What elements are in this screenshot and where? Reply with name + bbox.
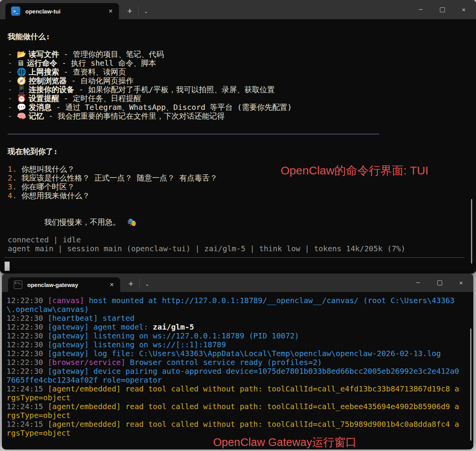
gateway-tab[interactable]: C:\_ openclaw-gateway ✕ (8, 277, 120, 292)
log-timestamp: 12:24:15 (7, 420, 48, 429)
capability-title: 控制浏览器 (29, 76, 67, 85)
log-line: 12:22:30 [gateway] listening on ws://127… (7, 332, 463, 340)
log-line: 12:22:30 [gateway] agent model: zai/glm-… (7, 323, 463, 332)
capability-item: - 🌐 上网搜索 - 查资料、读网页 (8, 68, 468, 76)
compass-icon: 🧭 (17, 76, 29, 85)
tab-close-icon[interactable]: ✕ (106, 280, 117, 290)
log-segment: [gateway] agent model: (48, 323, 153, 332)
bullet-dash: - (8, 94, 17, 103)
log-timestamp: 12:22:30 (7, 340, 48, 349)
bullet-dash: - (8, 103, 17, 112)
tui-scrollbar[interactable] (471, 199, 472, 264)
capability-separator: - (44, 112, 58, 121)
tui-titlebar[interactable]: >_ openclaw-tui ✕ + ⌄ ─ ✕ (0, 0, 476, 19)
theater-masks-emoji: 🎭 (127, 218, 137, 227)
gateway-titlebar[interactable]: C:\_ openclaw-gateway ✕ + ⌄ ─ ✕ (2, 274, 473, 292)
tab-dropdown-button[interactable]: ⌄ (139, 279, 155, 289)
bullet-dash: - (8, 112, 17, 121)
tab-dropdown-button[interactable]: ⌄ (138, 6, 154, 16)
bullet-dash: - (8, 85, 17, 94)
log-line: 12:22:30 [gateway] log file: C:\Users\43… (7, 349, 463, 358)
log-timestamp: 12:22:30 (7, 296, 48, 305)
globe-icon: 🌐 (17, 68, 29, 76)
tui-annotation: OpenClaw的命令行界面: TUI (281, 163, 428, 179)
bullet-dash: - (8, 76, 17, 85)
capability-separator: - (67, 76, 81, 85)
capability-title: 上网搜索 (29, 68, 59, 76)
session-status-bar: agent main | session main (openclaw-tui)… (8, 244, 468, 253)
maximize-button[interactable] (431, 0, 453, 19)
blank-line (8, 121, 468, 129)
log-line: 12:24:15 [agent/embedded] read tool call… (7, 385, 463, 402)
tab-close-icon[interactable]: ✕ (105, 6, 116, 16)
question-number: 3. (8, 182, 21, 191)
log-segment: [heartbeat] started (48, 314, 134, 323)
gateway-scrollbar[interactable] (470, 328, 471, 441)
speech-balloon-icon: 💬 (17, 103, 29, 112)
maximize-button[interactable] (429, 274, 450, 292)
capability-item: - 🧭 控制浏览器 - 自动化网页操作 (8, 76, 468, 85)
tui-terminal-content: 我能做什么: - 📂 读写文件 - 管理你的项目、笔记、代码- 🖥 运行命令 -… (0, 19, 476, 274)
log-segment: [gateway] device pairing auto-approved d… (7, 367, 459, 385)
question-text: 你想用我来做什么？ (21, 191, 90, 200)
question-number: 1. (8, 165, 21, 174)
question-number: 2. (8, 174, 21, 182)
mobile-phone-icon: 📱 (17, 85, 29, 94)
gateway-terminal-window: C:\_ openclaw-gateway ✕ + ⌄ ─ ✕ 12:22:30… (2, 274, 473, 449)
bullet-dash: - (8, 59, 17, 68)
blank-line (8, 138, 468, 147)
capability-separator: - (51, 103, 65, 112)
log-segment: Browser control service ready (profiles=… (126, 358, 322, 367)
minimize-button[interactable]: ─ (410, 0, 431, 19)
close-button[interactable]: ✕ (453, 0, 474, 19)
question-text: 你在哪个时区？ (21, 182, 74, 191)
log-segment: [agent/embedded] read tool called withou… (7, 402, 459, 420)
maximize-icon (437, 280, 442, 285)
new-tab-button[interactable]: + (122, 276, 139, 292)
desktop: >_ openclaw-tui ✕ + ⌄ ─ ✕ 我能做什么: - 📂 读写文… (0, 0, 476, 451)
capability-desc: 我会把重要的事情记在文件里，下次对话还能记得 (58, 112, 225, 121)
prompt-input[interactable] (5, 257, 464, 275)
capability-separator: - (59, 68, 73, 76)
capabilities-header: 我能做什么: (8, 32, 468, 41)
log-timestamp: 12:22:30 (7, 358, 48, 367)
log-segment: zai/glm-5 (153, 323, 194, 332)
capability-desc: 如果你配对了手机/平板，我可以拍照、录屏、获取位置 (88, 85, 275, 94)
capability-separator: - (59, 94, 73, 103)
open-folder-icon: 📂 (17, 50, 29, 59)
capability-separator: - (57, 59, 71, 68)
capability-item: - 🖥 运行命令 - 执行 shell 命令、脚本 (8, 59, 468, 68)
log-timestamp: 12:24:15 (7, 402, 48, 411)
capability-desc: 自动化网页操作 (80, 76, 133, 85)
log-segment: [browser/service] (48, 358, 125, 367)
log-line: 12:22:30 [browser/service] Browser contr… (7, 358, 463, 367)
close-button[interactable]: ✕ (450, 274, 472, 292)
capability-desc: 管理你的项目、笔记、代码 (73, 50, 164, 59)
capability-item: - 🧠 记忆 - 我会把重要的事情记在文件里，下次对话还能记得 (8, 112, 468, 121)
question-item: 4. 你想用我来做什么？ (8, 191, 468, 200)
horizontal-divider (8, 134, 379, 134)
divider-row (8, 129, 468, 138)
question-text: 我应该是什么性格？ 正式一点？ 随意一点？ 有点毒舌？ (21, 174, 217, 182)
log-line: 12:22:30 [gateway] listening on ws://[::… (7, 340, 463, 349)
capability-separator: - (74, 85, 88, 94)
powershell-icon: >_ (11, 7, 20, 16)
blank-line (8, 41, 468, 50)
log-segment: [gateway] log file: C:\Users\43363\AppDa… (48, 349, 441, 358)
cmd-icon: C:\_ (14, 280, 22, 289)
minimize-button[interactable]: ─ (407, 274, 429, 292)
log-line: 12:22:30 [gateway] device pairing auto-a… (7, 367, 463, 385)
bullet-dash: - (8, 68, 17, 76)
tui-tab-title: openclaw-tui (25, 8, 105, 15)
capability-title: 记忆 (29, 112, 44, 121)
brain-icon: 🧠 (17, 112, 29, 121)
tui-terminal-window: >_ openclaw-tui ✕ + ⌄ ─ ✕ 我能做什么: - 📂 读写文… (0, 0, 476, 274)
tui-tab[interactable]: >_ openclaw-tui ✕ (5, 3, 119, 19)
capability-title: 读写文件 (29, 50, 59, 59)
question-number: 4. (8, 191, 21, 200)
connection-status: connected | idle (8, 235, 468, 244)
log-segment: [gateway] listening on ws://[::1]:18789 (48, 340, 226, 349)
window-controls: ─ ✕ (410, 0, 474, 19)
new-tab-button[interactable]: + (121, 3, 138, 19)
log-timestamp: 12:22:30 (7, 367, 48, 376)
